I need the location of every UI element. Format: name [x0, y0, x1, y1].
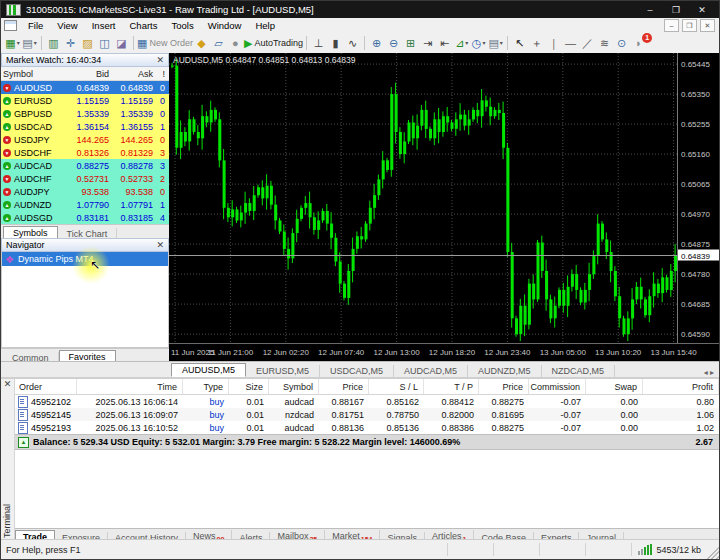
order-row[interactable]: 459521022025.06.13 16:06:14buy0.01audcad…: [15, 395, 719, 408]
metaeditor-button[interactable]: ◆: [193, 35, 210, 51]
chart-tab-eurusd-m5[interactable]: EURUSD,M5: [246, 365, 320, 377]
time-axis-label: 13 Jun 10:20: [595, 348, 641, 357]
menu-item-tools[interactable]: Tools: [164, 19, 200, 32]
orders-column-swap: Swap: [586, 379, 643, 394]
market-watch-row[interactable]: ▲USDCAD1.361541.361551: [1, 120, 169, 133]
indicators-button[interactable]: ⊿: [453, 35, 470, 51]
symbol-name: AUDUSD: [14, 83, 52, 93]
menu-item-charts[interactable]: Charts: [123, 19, 165, 32]
order-row[interactable]: 459521932025.06.13 16:10:52buy0.01audcad…: [15, 421, 719, 434]
chart-shift-button[interactable]: ⇤: [436, 35, 453, 51]
take-profit-cell: 0.88412: [424, 397, 479, 407]
trendline-button-glyph: ／: [582, 35, 593, 51]
navigator-toggle[interactable]: ▨: [79, 35, 96, 51]
market-watch-row[interactable]: ▼USDCHF0.813260.813293: [1, 146, 169, 159]
menu-item-window[interactable]: Window: [201, 19, 249, 32]
candlestick-chart-button[interactable]: ▮: [327, 35, 344, 51]
navigator-item[interactable]: ❖Dynamic Pips MT4: [2, 252, 168, 266]
market-watch-row[interactable]: ▲GBPUSD1.353391.353390: [1, 107, 169, 120]
svg-text:0.64875: 0.64875: [681, 240, 710, 249]
svg-text:0.65445: 0.65445: [681, 60, 710, 69]
crosshair-button[interactable]: ＋: [528, 35, 545, 51]
ask-value: 0.64839: [111, 83, 155, 93]
autotrading-button[interactable]: ▶AutoTrading: [244, 35, 303, 51]
terminal-toggle-glyph: ◫: [99, 35, 109, 51]
market-watch-column-header: SymbolBidAsk!: [1, 67, 169, 81]
maximize-button[interactable]: ❐: [664, 2, 688, 17]
commission-cell: -0.07: [529, 410, 586, 420]
search-button[interactable]: ⊙: [613, 35, 630, 51]
line-chart-button[interactable]: ∿: [344, 35, 361, 51]
menu-item-help[interactable]: Help: [248, 19, 282, 32]
auto-scroll-button[interactable]: ⇥: [419, 35, 436, 51]
strategy-tester-toggle[interactable]: ◪: [113, 35, 130, 51]
navigator-close-icon[interactable]: ✕: [156, 240, 164, 250]
market-watch-row[interactable]: ▼AUDJPY93.53893.5380: [1, 185, 169, 198]
time-axis-label: 12 Jun 13:00: [373, 348, 419, 357]
market-watch-row[interactable]: ▼USDJPY144.265144.2650: [1, 133, 169, 146]
orders-column-order: Order: [15, 379, 77, 394]
fibonacci-button[interactable]: ≋: [596, 35, 613, 51]
market-watch-row[interactable]: ▲AUDSGD0.831810.831854: [1, 211, 169, 224]
market-watch-header: Market Watch: 16:40:34 ✕: [1, 53, 169, 67]
down-arrow-icon: ▼: [3, 136, 11, 144]
data-window-toggle[interactable]: ✛: [62, 35, 79, 51]
market-watch-row[interactable]: ▼AUDUSD0.648390.648390: [1, 81, 169, 94]
bid-value: 0.52731: [65, 174, 111, 184]
new-order-button[interactable]: ▦New Order: [137, 35, 193, 51]
price-chart[interactable]: 0.654450.653500.652550.651600.650650.649…: [169, 53, 720, 343]
up-arrow-icon: ▲: [3, 97, 11, 105]
market-watch-row[interactable]: ▲EURUSD1.151591.151590: [1, 94, 169, 107]
market-watch-toggle[interactable]: ▥: [45, 35, 62, 51]
chart-tab-audnzd-m5[interactable]: AUDNZD,M5: [468, 365, 542, 377]
bar-chart-button[interactable]: ⊥: [310, 35, 327, 51]
periods-button[interactable]: ◷: [470, 35, 487, 51]
zoom-out-button[interactable]: ⊖: [385, 35, 402, 51]
stop-loss-cell: 0.85136: [369, 423, 424, 433]
symbol-cell: audcad: [269, 397, 319, 407]
horizontal-line-button[interactable]: —: [562, 35, 579, 51]
menu-item-insert[interactable]: Insert: [85, 19, 123, 32]
terminal-close-icon[interactable]: ✕: [1, 379, 14, 392]
resize-grip[interactable]: [707, 540, 719, 559]
chart-tab-usdcad-m5[interactable]: USDCAD,M5: [320, 365, 394, 377]
toolbar-separator: [507, 36, 508, 50]
zoom-in-button[interactable]: ⊕: [368, 35, 385, 51]
size-cell: 0.01: [229, 397, 269, 407]
chart-window-icon: [4, 20, 17, 31]
help-text: For Help, press F1: [1, 545, 447, 555]
market-watch-row[interactable]: ▲AUDCAD0.882750.882783: [1, 159, 169, 172]
close-button[interactable]: ✕: [690, 2, 714, 17]
tile-windows-button[interactable]: ⊞: [402, 35, 419, 51]
trendline-button[interactable]: ／: [579, 35, 596, 51]
mdi-restore-button[interactable]: ❐: [682, 19, 697, 32]
size-cell: 0.01: [229, 423, 269, 433]
market-watch-row[interactable]: ▼AUDCHF0.527310.527332: [1, 172, 169, 185]
minimize-button[interactable]: –: [638, 2, 662, 17]
templates-button[interactable]: ▤: [487, 35, 504, 51]
vertical-line-button[interactable]: ｜: [545, 35, 562, 51]
community-button[interactable]: ●: [227, 35, 244, 51]
market-watch-close-icon[interactable]: ✕: [156, 55, 164, 65]
chart-tab-nzdcad-m5[interactable]: NZDCAD,M5: [542, 365, 616, 377]
chart-tab-audusd-m5[interactable]: AUDUSD,M5: [171, 363, 246, 377]
mdi-close-button[interactable]: ✕: [700, 19, 715, 32]
terminal-side-label: Terminal: [2, 504, 12, 538]
market-watch-row[interactable]: ▲AUDNZD1.077901.077911: [1, 198, 169, 211]
terminal-toggle[interactable]: ◫: [96, 35, 113, 51]
new-chart-button[interactable]: ▦: [4, 35, 21, 51]
profiles-button[interactable]: ▤: [21, 35, 38, 51]
expert-properties-button[interactable]: ▱: [210, 35, 227, 51]
menu-item-view[interactable]: View: [50, 19, 84, 32]
cursor-button[interactable]: ↖: [511, 35, 528, 51]
column-header-bid: Bid: [65, 69, 111, 79]
bid-value: 0.88275: [65, 161, 111, 171]
mdi-minimize-button[interactable]: –: [664, 19, 679, 32]
order-row[interactable]: 459521452025.06.13 16:09:07buy0.01nzdcad…: [15, 408, 719, 421]
open-price-cell: 0.88167: [319, 397, 369, 407]
chart-tab-audcad-m5[interactable]: AUDCAD,M5: [394, 365, 468, 377]
menu-item-file[interactable]: File: [21, 19, 50, 32]
chat-button[interactable]: ◗1: [630, 35, 647, 51]
chart-tab-scroll-arrows[interactable]: ◂ ▸: [704, 368, 719, 377]
spread-value: 3: [155, 161, 167, 171]
